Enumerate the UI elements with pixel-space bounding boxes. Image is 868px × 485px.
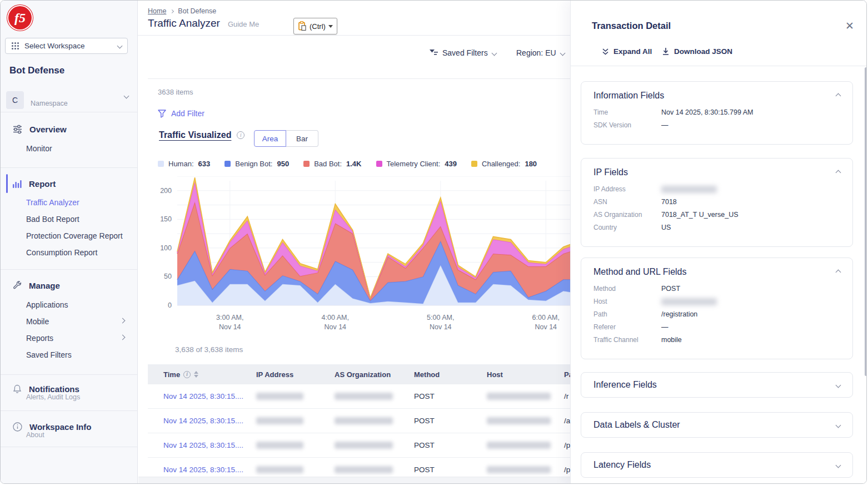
detail-value: Nov 14 2025, 8:30:15.799 AM [661, 108, 753, 116]
download-json-button[interactable]: Download JSON [662, 47, 732, 56]
info-icon[interactable]: i [237, 131, 245, 139]
divider [571, 66, 867, 66]
sidebar-item-traffic-analyzer[interactable]: Traffic Analyzer [26, 195, 79, 210]
guide-me-link[interactable]: Guide Me [228, 20, 259, 28]
chevron-up-icon[interactable] [836, 170, 841, 175]
redacted-ip-address [256, 417, 303, 424]
transaction-detail-panel: Transaction Detail ✕ Expand All Download… [570, 1, 867, 484]
close-icon[interactable]: ✕ [845, 19, 854, 32]
sidebar-item-label: Notifications [29, 384, 79, 394]
detail-label: IP Address [593, 185, 661, 193]
chevron-down-icon[interactable] [836, 422, 841, 428]
region-dropdown[interactable]: Region: EU [516, 48, 565, 57]
add-filter-button[interactable]: Add Filter [158, 109, 204, 118]
chevron-down-icon[interactable] [836, 382, 841, 388]
column-header-ip[interactable]: IP Address [256, 370, 335, 379]
sidebar-item-report[interactable]: Report [1, 174, 138, 194]
transaction-time-link[interactable]: Nov 14 2025, 8:30:15.... [163, 392, 243, 400]
paste-options-button[interactable]: (Ctrl) [293, 18, 337, 34]
redacted-as-organization [335, 466, 393, 473]
redacted-value [661, 298, 717, 305]
panel-section-method-and-url-fields: Method and URL FieldsMethodPOSTHostPath/… [581, 258, 853, 359]
sidebar-item-saved-filters[interactable]: Saved Filters [26, 348, 72, 362]
sidebar-item-label: Manage [29, 281, 60, 290]
info-icon[interactable]: i [183, 371, 191, 378]
detail-label: Referer [593, 323, 661, 331]
sidebar-item-manage[interactable]: Manage [1, 275, 138, 295]
horizontal-scrollbar-track[interactable] [138, 477, 570, 484]
sidebar-item-mobile[interactable]: Mobile [26, 314, 49, 329]
saved-filters-label: Saved Filters [442, 48, 488, 57]
sidebar-item-applications[interactable]: Applications [26, 298, 68, 312]
column-header-host[interactable]: Host [487, 370, 564, 379]
chevron-down-icon[interactable] [836, 462, 841, 468]
sidebar-item-bad-bot-report[interactable]: Bad Bot Report [26, 212, 79, 226]
sidebar-item-consumption-report[interactable]: Consumption Report [26, 245, 97, 260]
detail-row: ASN7018 [593, 198, 840, 206]
clipboard-icon [298, 21, 307, 31]
divider [1, 269, 138, 270]
sidebar-item-monitor[interactable]: Monitor [26, 141, 52, 156]
traffic-area-chart[interactable]: 0501001502003:00 AM,Nov 144:00 AM,Nov 14… [149, 176, 600, 335]
redacted-ip-address [256, 442, 303, 449]
detail-value: — [661, 121, 669, 129]
detail-value: POST [661, 285, 680, 293]
content-divider [148, 78, 570, 79]
bar-view-button[interactable]: Bar [286, 130, 318, 147]
breadcrumb-home-link[interactable]: Home [148, 7, 166, 15]
sidebar-item-workspace-info[interactable]: Workspace Info [1, 417, 138, 437]
redacted-host [487, 417, 551, 424]
redacted-ip-address [256, 393, 303, 400]
namespace-avatar: C [6, 91, 24, 109]
sidebar-item-overview[interactable]: Overview [1, 119, 138, 139]
legend-item[interactable]: Telemetry Client: 439 [376, 160, 457, 168]
traffic-visualized-title: Traffic Visualized [159, 130, 231, 140]
detail-label: ASN [593, 198, 661, 206]
legend-swatch [471, 161, 477, 167]
download-json-label: Download JSON [674, 47, 732, 56]
redacted-host [487, 442, 551, 449]
method-cell: POST [414, 441, 487, 449]
sidebar-item-reports[interactable]: Reports [26, 331, 53, 345]
divider [1, 447, 138, 447]
transaction-time-link[interactable]: Nov 14 2025, 8:30:15.... [163, 466, 243, 474]
column-header-as-org[interactable]: AS Organization [335, 370, 414, 379]
chevron-down-icon [560, 50, 565, 56]
legend-item[interactable]: Human: 633 [158, 160, 210, 168]
detail-row: AS Organization7018_AT_T U_verse_US [593, 211, 840, 219]
bell-icon [13, 384, 22, 394]
detail-row: Referer— [593, 323, 840, 331]
sidebar-item-protection-coverage-report[interactable]: Protection Coverage Report [26, 229, 123, 243]
detail-label: Traffic Channel [593, 336, 661, 344]
divider [1, 374, 138, 375]
legend-item[interactable]: Bad Bot: 1.4K [303, 160, 361, 168]
legend-label: Telemetry Client: [387, 160, 441, 168]
transaction-time-link[interactable]: Nov 14 2025, 8:30:15.... [163, 417, 243, 425]
chevron-up-icon[interactable] [836, 269, 841, 275]
wrench-icon [13, 281, 22, 290]
legend-item[interactable]: Challenged: 180 [471, 160, 537, 168]
saved-filters-dropdown[interactable]: Saved Filters [430, 48, 496, 57]
expand-all-button[interactable]: Expand All [602, 47, 652, 56]
filter-lines-icon [430, 50, 438, 57]
download-icon [662, 47, 670, 56]
column-header-time[interactable]: Time i [163, 370, 256, 379]
sort-icon[interactable] [194, 371, 198, 378]
namespace-selector[interactable]: C Namespace [6, 87, 132, 109]
chevron-up-icon[interactable] [836, 93, 841, 98]
column-header-method[interactable]: Method [414, 370, 487, 379]
panel-section-inference-fields: Inference Fields [581, 372, 853, 398]
legend-item[interactable]: Benign Bot: 950 [225, 160, 289, 168]
transaction-time-link[interactable]: Nov 14 2025, 8:30:15.... [163, 441, 243, 449]
detail-value: mobile [661, 336, 682, 344]
area-view-button[interactable]: Area [254, 130, 286, 147]
workspace-selector[interactable]: Select Workspace [5, 38, 128, 54]
svg-text:5:00 AM,: 5:00 AM, [427, 314, 454, 321]
redacted-host [487, 393, 551, 400]
results-count: 3,638 of 3,638 items [175, 345, 243, 354]
vertical-scrollbar[interactable] [865, 67, 867, 376]
overview-icon [13, 125, 22, 134]
caret-down-icon [328, 25, 333, 28]
legend-swatch [225, 161, 231, 167]
f5-logo-icon[interactable]: f5 [7, 5, 33, 31]
